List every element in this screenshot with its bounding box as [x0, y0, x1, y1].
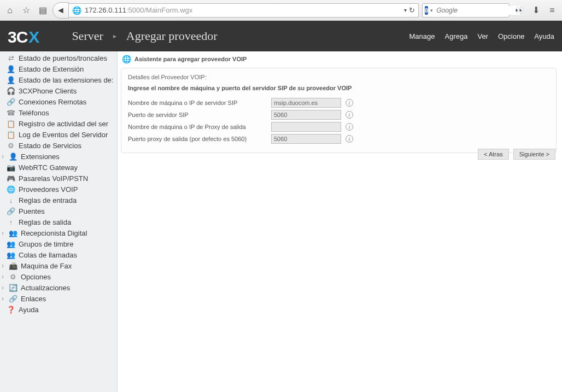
breadcrumb-server[interactable]: Server	[72, 29, 103, 43]
sidebar-item[interactable]: ⚙Estado de Servicios	[0, 140, 117, 151]
sidebar-item[interactable]: 🎧3CXPhone Clients	[0, 85, 117, 96]
link-icon: 🔗	[9, 294, 17, 303]
sidebar-item[interactable]: 👥Grupos de timbre	[0, 238, 117, 249]
sidebar-item-label: Puentes	[19, 207, 45, 215]
browser-toolbar: ⌂ ☆ ▤ ◄ 🌐 172.26.0.111:5000/MainForm.wgx…	[0, 0, 562, 21]
sidebar-item-label: Pasarelas VoIP/PSTN	[19, 174, 88, 183]
menu-icon[interactable]: ≡	[546, 4, 559, 17]
sidebar-item[interactable]: 👥Recepcionista Digital	[0, 227, 117, 238]
search-input[interactable]	[435, 6, 520, 15]
sidebar: ⇄Estado de puertos/troncales👤Estado de E…	[0, 51, 118, 392]
topnav-item[interactable]: Opcione	[498, 32, 524, 40]
sidebar-item[interactable]: 👥Colas de llamadas	[0, 249, 117, 260]
sidebar-item-label: Grupos de timbre	[19, 240, 73, 248]
url-path: :5000/MainForm.wgx	[126, 6, 192, 14]
sidebar-item[interactable]: 🔄Actualizaciones	[0, 282, 117, 293]
sidebar-item[interactable]: 👤Estado de Extensión	[0, 63, 117, 74]
sidebar-item[interactable]: 🔗Conexiones Remotas	[0, 96, 117, 107]
logo: 3CX	[8, 28, 39, 46]
field-label: Puerto proxy de salida (por defecto es 5…	[128, 136, 271, 142]
field-input[interactable]	[271, 98, 341, 108]
sidebar-item-label: Estado de puertos/troncales	[19, 54, 107, 62]
sidebar-item[interactable]: ☎Teléfonos	[0, 107, 117, 118]
info-icon[interactable]: i	[346, 123, 353, 131]
field-input[interactable]	[271, 122, 341, 132]
sidebar-item[interactable]: ⚙Opciones	[0, 271, 117, 282]
sidebar-item[interactable]: 🌐Proveedores VOIP	[0, 184, 117, 195]
breadcrumb: Server ▸ Agregar proveedor	[72, 29, 217, 43]
topnav-item[interactable]: Ayuda	[534, 32, 554, 40]
out-icon: ↑	[7, 218, 15, 226]
sidebar-item[interactable]: 👤Extensiones	[0, 151, 117, 162]
topnav-item[interactable]: Agrega	[445, 32, 468, 40]
log-icon: 📋	[7, 130, 15, 139]
sidebar-item[interactable]: 🎮Pasarelas VoIP/PSTN	[0, 173, 117, 184]
bookmark-icon[interactable]: ☆	[20, 4, 33, 17]
sidebar-item-label: WebRTC Gateway	[19, 163, 78, 172]
info-icon[interactable]: i	[346, 99, 353, 107]
topnav-item[interactable]: Ver	[477, 32, 488, 40]
download-icon[interactable]: ⬇	[529, 4, 542, 17]
content: 🌐 Asistente para agregar proveedor VOIP …	[118, 51, 562, 392]
form-row: Nombre de máquina o IP de Proxy de salid…	[128, 121, 549, 133]
dropdown-icon[interactable]: ▾	[430, 8, 433, 13]
ext-icon: 👤	[7, 65, 15, 73]
bridge-icon: 🔗	[7, 207, 15, 215]
back-button[interactable]: < Atras	[478, 149, 509, 160]
sidebar-item-label: Recepcionista Digital	[21, 229, 87, 237]
logo-right: X	[28, 28, 39, 46]
dropdown-icon[interactable]: ▾	[404, 7, 407, 13]
sidebar-item[interactable]: 📠Maquina de Fax	[0, 260, 117, 271]
panel-title: Detalles del Proveedor VOIP:	[128, 74, 549, 80]
url-text: 172.26.0.111:5000/MainForm.wgx	[85, 6, 192, 14]
sidebar-item[interactable]: ↑Reglas de salida	[0, 217, 117, 227]
ext-icon: 👤	[7, 75, 15, 84]
sidebar-item[interactable]: ⇄Estado de puertos/troncales	[0, 52, 117, 63]
sidebar-item-label: Reglas de entrada	[19, 196, 77, 204]
url-host: 172.26.0.111	[85, 6, 126, 14]
field-input[interactable]	[271, 134, 341, 144]
phone-icon: ☎	[7, 108, 15, 117]
next-button[interactable]: Siguiente >	[513, 149, 555, 160]
sidebar-item[interactable]: ↓Reglas de entrada	[0, 195, 117, 206]
info-icon[interactable]: i	[346, 111, 353, 119]
topnav: Manage Agrega Ver Opcione Ayuda	[409, 32, 554, 40]
globe-icon: 🌐	[72, 6, 81, 15]
info-icon[interactable]: i	[346, 135, 353, 143]
sidebar-item[interactable]: 🔗Puentes	[0, 206, 117, 217]
field-input[interactable]	[271, 110, 341, 120]
wizard-title: Asistente para agregar proveedor VOIP	[134, 56, 247, 62]
main: ⇄Estado de puertos/troncales👤Estado de E…	[0, 51, 562, 392]
ports-icon: ⇄	[7, 54, 15, 62]
search-box[interactable]: 8 ▾	[422, 3, 510, 17]
sidebar-item[interactable]: 📋Registro de actividad del ser	[0, 118, 117, 129]
remote-icon: 🔗	[7, 97, 15, 106]
reload-icon[interactable]: ↻	[409, 6, 415, 14]
url-reload: ▾ ↻	[404, 6, 415, 14]
form-row: Puerto de servidor SIPi	[128, 109, 549, 121]
clipboard-icon[interactable]: ▤	[36, 4, 49, 17]
sidebar-item-label: Reglas de salida	[19, 218, 71, 226]
google-badge-icon: 8	[425, 6, 428, 15]
sidebar-item[interactable]: 👤Estado de las extensiones de:	[0, 74, 117, 85]
topnav-item[interactable]: Manage	[409, 32, 435, 40]
url-bar[interactable]: 🌐 172.26.0.111:5000/MainForm.wgx ▾ ↻	[69, 3, 419, 17]
url-wrap: ◄ 🌐 172.26.0.111:5000/MainForm.wgx ▾ ↻	[52, 2, 419, 19]
in-icon: ↓	[7, 196, 15, 204]
gear-icon: ⚙	[7, 141, 15, 150]
globe-icon: 🌐	[122, 55, 131, 63]
sidebar-item-label: Estado de Servicios	[19, 142, 81, 150]
sidebar-item[interactable]: 📋Log de Eventos del Servidor	[0, 129, 117, 140]
sidebar-item-label: Colas de llamadas	[19, 251, 77, 259]
back-button[interactable]: ◄	[52, 2, 69, 19]
sidebar-item[interactable]: 🔗Enlaces	[0, 293, 117, 304]
sidebar-item-label: Ayuda	[19, 306, 39, 314]
binoculars-icon[interactable]: 👀	[513, 4, 526, 17]
queue-icon: 👥	[7, 250, 15, 259]
gateway-icon: 🎮	[7, 174, 15, 183]
sidebar-item[interactable]: ❓Ayuda	[0, 304, 117, 315]
sidebar-item[interactable]: 📷WebRTC Gateway	[0, 162, 117, 173]
home-icon[interactable]: ⌂	[3, 4, 16, 17]
webrtc-icon: 📷	[7, 163, 15, 172]
breadcrumb-current: Agregar proveedor	[126, 29, 218, 43]
